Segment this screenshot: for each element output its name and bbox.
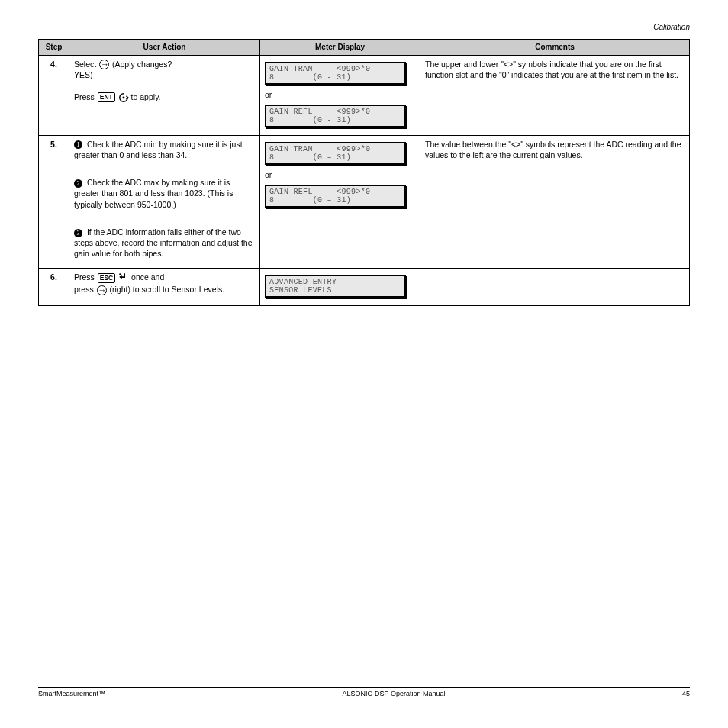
text: Check the ADC min by making sure it is j… (74, 140, 243, 159)
text: (Apply changes? (112, 60, 172, 69)
text: press (74, 285, 96, 294)
footer-left: SmartMeasurement™ (38, 690, 105, 697)
page-footer: SmartMeasurement™ 45 ALSONIC-DSP Operati… (38, 687, 690, 697)
col-meter-display: Meter Display (260, 40, 420, 56)
or-text: or (265, 89, 415, 100)
meter-display-cell: GAIN TRAN <999>*0 8 (0 - 31) or GAIN REF… (260, 55, 420, 135)
comment-cell: The upper and lower "<>" symbols indicat… (420, 55, 690, 135)
or-text: or (265, 169, 415, 180)
bullet-1-icon: 1 (74, 140, 82, 149)
footer-mid: ALSONIC-DSP Operation Manual (38, 690, 690, 697)
text: to apply. (131, 92, 161, 101)
meter-display-cell: ADVANCED ENTRY SENSOR LEVELS (260, 269, 420, 306)
text: (right) to scroll to Sensor Levels. (110, 285, 225, 294)
step-number: 4. (39, 55, 69, 135)
footer-page-number: 45 (682, 690, 690, 697)
table-header-row: Step User Action Meter Display Comments (39, 40, 690, 56)
text: Press (74, 272, 97, 282)
lcd-display: GAIN TRAN <999>*0 8 (0 - 31) (265, 62, 406, 85)
enter-icon (118, 92, 129, 103)
bullet-3-icon: 3 (74, 229, 82, 237)
bullet-2-icon: 2 (74, 179, 82, 188)
text: Press (74, 92, 97, 101)
user-action-cell: 1 Check the ADC min by making sure it is… (69, 135, 260, 269)
comment-cell: The value between the "<>" symbols repre… (420, 135, 690, 269)
text: If the ADC information fails either of t… (74, 227, 252, 258)
table-row: 4. Select (Apply changes? YES) Press ENT… (39, 55, 690, 135)
user-action-cell: Select (Apply changes? YES) Press ENT to… (69, 55, 260, 135)
text: Select (74, 60, 96, 69)
text: YES) (74, 70, 93, 79)
col-comments: Comments (420, 40, 690, 56)
meter-display-cell: GAIN TRAN <999>*0 8 (0 – 31) or GAIN REF… (260, 135, 420, 269)
table-row: 5. 1 Check the ADC min by making sure it… (39, 135, 690, 269)
right-arrow-icon (97, 285, 107, 295)
table-row: 6. Press ESC once and press (right) to s… (39, 269, 690, 306)
svg-point-1 (119, 273, 121, 275)
procedure-table: Step User Action Meter Display Comments … (38, 39, 690, 306)
step-number: 6. (39, 269, 69, 306)
esc-icon (118, 272, 129, 284)
col-step: Step (39, 40, 69, 56)
user-action-cell: Press ESC once and press (right) to scro… (69, 269, 260, 306)
step-number: 5. (39, 135, 69, 269)
svg-point-0 (122, 97, 124, 99)
ent-key-label: ENT (98, 92, 115, 102)
page-section-title: Calibration (38, 23, 690, 31)
text: once and (131, 272, 164, 282)
esc-key-label: ESC (98, 273, 115, 283)
col-user-action: User Action (69, 40, 260, 56)
lcd-display: ADVANCED ENTRY SENSOR LEVELS (265, 275, 406, 298)
lcd-display: GAIN TRAN <999>*0 8 (0 – 31) (265, 142, 406, 165)
right-arrow-icon (99, 60, 109, 69)
comment-cell (420, 269, 690, 306)
lcd-display: GAIN REFL <999>*0 8 (0 - 31) (265, 105, 406, 127)
lcd-display: GAIN REFL <999>*0 8 (0 – 31) (265, 185, 406, 208)
text: Check the ADC max by making sure it is g… (74, 178, 233, 208)
